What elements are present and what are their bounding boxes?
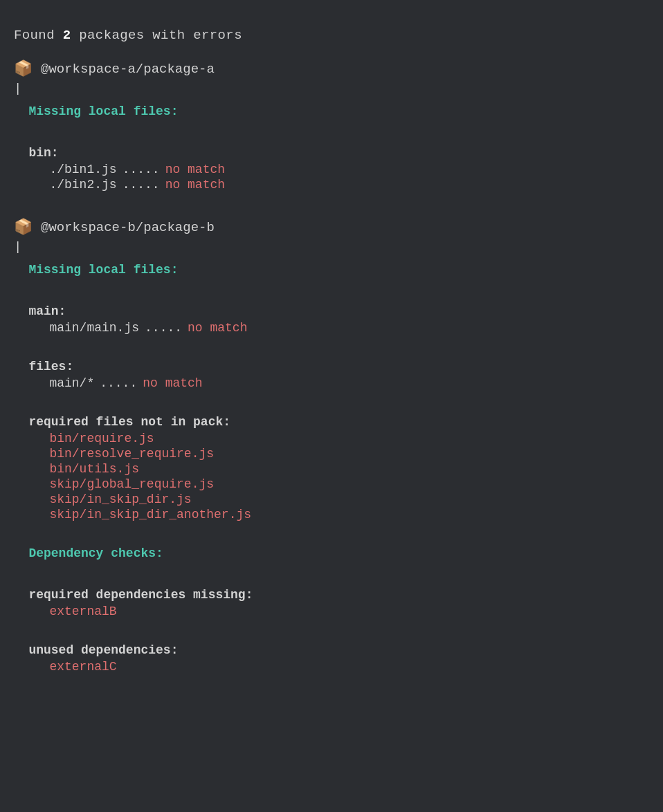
spacer-a2 bbox=[28, 122, 649, 140]
spacer-b5 bbox=[28, 523, 649, 541]
spacer-b3 bbox=[28, 336, 649, 354]
dep-missing-1: externalB bbox=[28, 605, 649, 618]
req-file-4: skip/global_require.js bbox=[28, 477, 649, 491]
main-status: no match bbox=[188, 321, 247, 335]
tree-pipe-a: | bbox=[14, 81, 28, 211]
required-files-label: required files not in pack: bbox=[28, 415, 649, 429]
spacer-a1 bbox=[28, 81, 649, 99]
spacer-b4 bbox=[28, 391, 649, 409]
package-a-content: Missing local files: bin: ./bin1.js ....… bbox=[28, 81, 649, 211]
package-a-block: 📦 @workspace-a/package-a | Missing local… bbox=[14, 59, 649, 211]
terminal-output: Found 2 packages with errors 📦 @workspac… bbox=[14, 21, 649, 689]
missing-local-files-label-a: Missing local files: bbox=[28, 104, 649, 118]
package-b-icon: 📦 bbox=[14, 218, 33, 237]
header-suffix: packages with errors bbox=[71, 28, 242, 43]
bin1-dots: ..... bbox=[122, 163, 160, 176]
package-a-tree: | Missing local files: bin: ./bin1.js ..… bbox=[14, 81, 649, 211]
package-b-name: @workspace-b/package-b bbox=[41, 220, 215, 235]
missing-local-files-label-b: Missing local files: bbox=[28, 263, 649, 277]
files-path: main/* bbox=[49, 376, 94, 390]
files-dots: ..... bbox=[100, 376, 137, 390]
bin2-path: ./bin2.js bbox=[49, 178, 116, 192]
package-b-tree: | Missing local files: main: main/main.j… bbox=[14, 239, 649, 675]
package-count: 2 bbox=[63, 28, 71, 43]
spacer-b1 bbox=[28, 239, 649, 257]
header-line: Found 2 packages with errors bbox=[14, 28, 649, 43]
bin1-path: ./bin1.js bbox=[49, 163, 116, 176]
main-file-line: main/main.js ..... no match bbox=[28, 321, 649, 335]
package-b-title-row: 📦 @workspace-b/package-b bbox=[14, 218, 649, 237]
dep-checks-label: Dependency checks: bbox=[28, 546, 649, 560]
files-status: no match bbox=[143, 376, 202, 390]
spacer-a3 bbox=[28, 193, 649, 211]
bin-field-label: bin: bbox=[28, 146, 649, 160]
req-file-6: skip/in_skip_dir_another.js bbox=[28, 508, 649, 522]
req-file-3: bin/utils.js bbox=[28, 462, 649, 476]
package-a-title-row: 📦 @workspace-a/package-a bbox=[14, 59, 649, 78]
main-path: main/main.js bbox=[49, 321, 139, 335]
package-a-icon: 📦 bbox=[14, 59, 33, 78]
bin2-status: no match bbox=[165, 178, 225, 192]
header-prefix: Found bbox=[14, 28, 63, 43]
package-b-block: 📦 @workspace-b/package-b | Missing local… bbox=[14, 218, 649, 675]
unused-deps-label: unused dependencies: bbox=[28, 643, 649, 657]
files-wildcard-line: main/* ..... no match bbox=[28, 376, 649, 390]
bin1-file-line: ./bin1.js ..... no match bbox=[28, 163, 649, 176]
required-deps-label: required dependencies missing: bbox=[28, 588, 649, 602]
main-field-label: main: bbox=[28, 304, 649, 318]
package-b-content: Missing local files: main: main/main.js … bbox=[28, 239, 649, 675]
bin2-dots: ..... bbox=[122, 178, 160, 192]
req-file-5: skip/in_skip_dir.js bbox=[28, 492, 649, 506]
tree-pipe-b: | bbox=[14, 239, 28, 675]
spacer-b2 bbox=[28, 281, 649, 299]
dep-unused-1: externalC bbox=[28, 660, 649, 674]
spacer-b6 bbox=[28, 564, 649, 582]
bin2-file-line: ./bin2.js ..... no match bbox=[28, 178, 649, 192]
files-field-label: files: bbox=[28, 360, 649, 373]
bin1-status: no match bbox=[165, 163, 225, 176]
spacer-b7 bbox=[28, 620, 649, 638]
req-file-1: bin/require.js bbox=[28, 432, 649, 445]
main-dots: ..... bbox=[145, 321, 182, 335]
package-a-name: @workspace-a/package-a bbox=[41, 62, 215, 77]
req-file-2: bin/resolve_require.js bbox=[28, 447, 649, 461]
